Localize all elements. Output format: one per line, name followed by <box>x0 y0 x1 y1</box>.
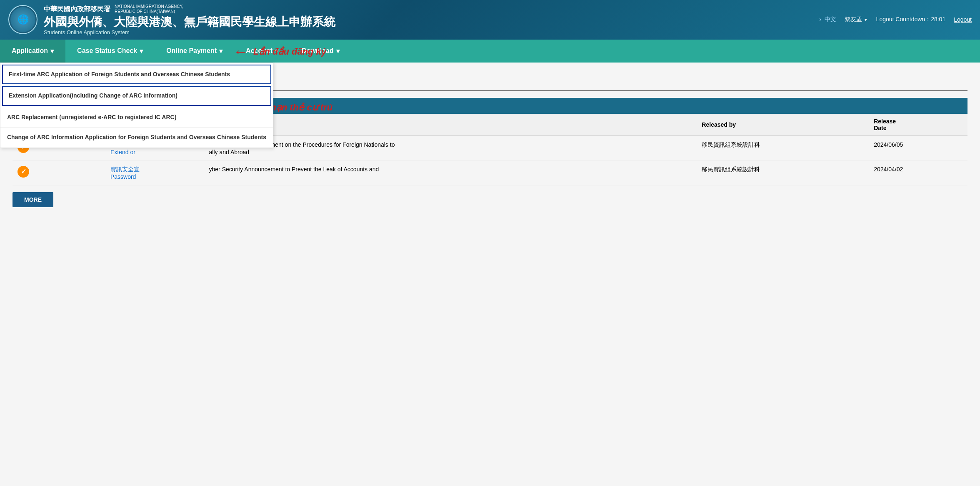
dropdown-item-first-arc[interactable]: First-time ARC Application of Foreign St… <box>2 65 271 85</box>
agency-name-cn: 中華民國內政部移民署 <box>44 5 110 14</box>
nav-download-arrow: ▾ <box>336 47 340 55</box>
dropdown-item-arc-replacement[interactable]: ARC Replacement (unregistered e-ARC to r… <box>0 108 273 128</box>
col-placeholder <box>204 114 697 136</box>
logout-countdown: Logout Countdown：28:01 <box>876 16 946 23</box>
row2-subject-link[interactable]: 資訊安全宣Password <box>110 166 140 180</box>
important-check-icon-2: ✓ <box>18 166 29 178</box>
lang-arrow-icon: › <box>819 16 821 23</box>
row2-released-by: 移民資訊組系統設計科 <box>697 160 869 185</box>
nav-item-application[interactable]: Application ▾ First-time ARC Application… <box>0 40 65 63</box>
row1-released-by: 移民資訊組系統設計科 <box>697 136 869 161</box>
dropdown-item-first-arc-label: First-time ARC Application of Foreign St… <box>9 71 230 78</box>
language-link[interactable]: › 中文 <box>819 16 836 23</box>
row1-subject-text: 申辦方式公告Announcement on the Procedures for… <box>204 136 697 161</box>
nav-account-arrow: ▾ <box>275 47 278 55</box>
nav-online-payment-arrow: ▾ <box>219 47 222 55</box>
agency-logo: 🌐 <box>8 5 38 34</box>
nav-application-arrow: ▾ <box>50 47 54 55</box>
row1-release-date: 2024/06/05 <box>869 136 968 161</box>
page-header: 🌐 中華民國內政部移民署 NATIONAL IMMIGRATION AGENCY… <box>0 0 980 40</box>
agency-name-en: NATIONAL IMMIGRATION AGENCY, REPUBLIC OF… <box>115 4 183 14</box>
nav-item-download[interactable]: Download ▾ <box>290 40 351 63</box>
nav-application-label: Application <box>12 47 48 55</box>
agency-row: 中華民國內政部移民署 NATIONAL IMMIGRATION AGENCY, … <box>44 4 335 14</box>
row2-release-date: 2024/04/02 <box>869 160 968 185</box>
logo-globe-icon: 🌐 <box>10 7 35 32</box>
site-title-en: Students Online Application System <box>44 29 335 35</box>
row2-subject-text: yber Security Announcement to Prevent th… <box>204 160 697 185</box>
user-menu[interactable]: 黎友孟 ▼ <box>845 16 868 23</box>
user-name-label: 黎友孟 <box>845 16 862 23</box>
nav-download-label: Download <box>302 47 333 55</box>
nav-item-case-status[interactable]: Case Status Check ▾ <box>65 40 155 63</box>
header-left: 🌐 中華民國內政部移民署 NATIONAL IMMIGRATION AGENCY… <box>8 4 335 35</box>
row2-important: ✓ <box>12 160 105 185</box>
dropdown-item-extension[interactable]: Extension Application(including Change o… <box>2 86 271 106</box>
site-title-cn: 外國與外僑、大陸與港澳、無戶籍國民學生線上申辦系統 <box>44 15 335 29</box>
header-text: 中華民國內政部移民署 NATIONAL IMMIGRATION AGENCY, … <box>44 4 335 35</box>
nav-item-online-payment[interactable]: Online Payment ▾ <box>155 40 234 63</box>
lang-label: 中文 <box>825 16 836 23</box>
nav-item-account[interactable]: Account ▾ <box>234 40 290 63</box>
user-dropdown-arrow: ▼ <box>864 18 868 22</box>
nav-online-payment-label: Online Payment <box>166 47 217 55</box>
header-right: › 中文 黎友孟 ▼ Logout Countdown：28:01 Logout <box>819 16 972 23</box>
nav-case-status-label: Case Status Check <box>77 47 137 55</box>
table-row: ✓ 資訊安全宣Password yber Security Announceme… <box>12 160 968 185</box>
dropdown-item-change-arc-label: Change of ARC Information Application fo… <box>7 134 266 140</box>
col-release-date: ReleaseDate <box>869 114 968 136</box>
col-released-by: Released by <box>697 114 869 136</box>
dropdown-item-change-arc[interactable]: Change of ARC Information Application fo… <box>0 128 273 148</box>
more-button[interactable]: MORE <box>12 192 53 207</box>
nav-case-status-arrow: ▾ <box>140 47 143 55</box>
row2-subject: 資訊安全宣Password <box>105 160 204 185</box>
logout-button[interactable]: Logout <box>954 16 972 23</box>
nav-account-label: Account <box>246 47 272 55</box>
main-navbar: Application ▾ First-time ARC Application… <box>0 40 980 63</box>
dropdown-item-extension-label: Extension Application(including Change o… <box>9 92 178 99</box>
application-dropdown: First-time ARC Application of Foreign St… <box>0 63 273 148</box>
dropdown-item-arc-replacement-label: ARC Replacement (unregistered e-ARC to r… <box>7 114 176 120</box>
